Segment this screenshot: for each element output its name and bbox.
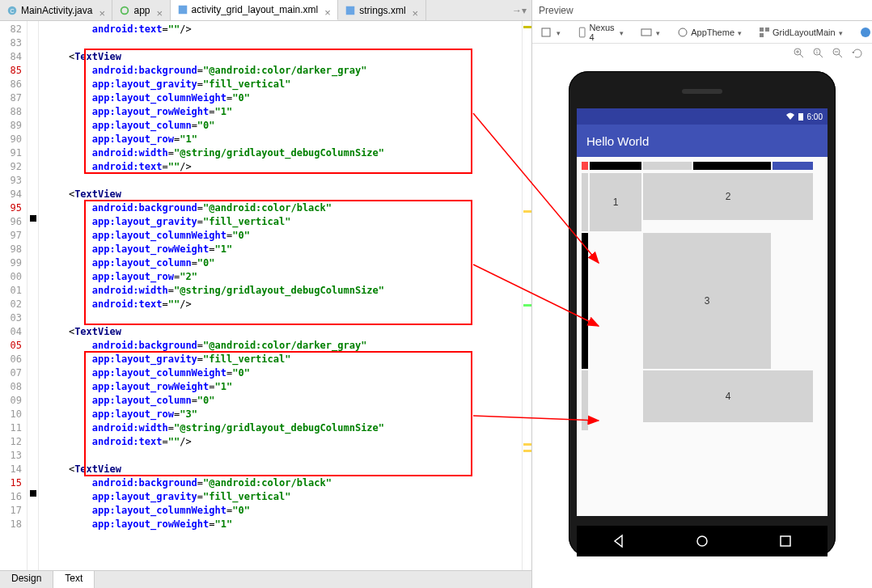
refresh-icon[interactable] <box>851 47 864 60</box>
status-time: 6:00 <box>807 112 823 121</box>
warning-marker[interactable] <box>523 443 531 446</box>
module-icon <box>119 5 130 16</box>
theme-selector[interactable]: AppTheme <box>673 24 745 40</box>
theme-label: AppTheme <box>691 27 734 37</box>
svg-rect-5 <box>542 28 550 36</box>
wifi-icon <box>786 112 794 121</box>
grid-side-cell <box>582 233 588 369</box>
warning-marker[interactable] <box>523 450 531 452</box>
svg-rect-10 <box>765 27 769 32</box>
design-tab[interactable]: Design <box>0 571 53 588</box>
close-icon[interactable] <box>324 6 331 13</box>
preview-canvas: 6:00 Hello World <box>532 63 872 588</box>
preview-zoom-toolbar: 1 <box>532 44 872 63</box>
recents-icon[interactable] <box>778 534 793 548</box>
zoom-out-icon[interactable] <box>832 47 844 60</box>
phone-speaker <box>682 89 722 94</box>
svg-line-21 <box>839 54 842 57</box>
grid-header-cell <box>773 162 813 170</box>
svg-rect-11 <box>760 33 764 37</box>
tab-label: activity_grid_layout_main.xml <box>192 4 319 15</box>
svg-line-14 <box>800 54 803 57</box>
breakpoint-marker[interactable] <box>30 215 36 222</box>
grid-side-cell <box>582 173 588 231</box>
line-number-gutter: 8283848586878889909192939495969798990001… <box>0 21 28 570</box>
zoom-in-icon[interactable] <box>793 47 806 60</box>
close-icon[interactable] <box>99 7 105 14</box>
tab-label: strings.xml <box>359 5 405 16</box>
tab-label: MainActivity.java <box>21 5 92 16</box>
svg-rect-25 <box>781 536 790 546</box>
svg-rect-6 <box>579 27 585 37</box>
svg-rect-23 <box>798 113 803 121</box>
warning-marker[interactable] <box>523 26 531 28</box>
tab-strings[interactable]: strings.xml <box>338 0 425 20</box>
warning-marker[interactable] <box>523 210 531 213</box>
tab-label: app <box>133 5 150 16</box>
layout-label: GridLayoutMain <box>773 27 836 37</box>
grid-header-cell <box>643 162 692 170</box>
zoom-actual-icon[interactable]: 1 <box>812 47 825 60</box>
grid-header-cell <box>590 162 641 170</box>
grid-cell-1: 1 <box>590 173 641 231</box>
layout-editor-tabs: Design Text <box>0 570 531 588</box>
xml-icon <box>177 4 188 15</box>
grid-layout-preview: 1 2 3 4 <box>577 157 828 435</box>
home-icon[interactable] <box>695 534 709 548</box>
battery-icon <box>798 112 804 121</box>
java-icon: C <box>6 5 18 16</box>
breakpoint-marker[interactable] <box>30 490 36 497</box>
tab-app[interactable]: app <box>112 0 170 20</box>
back-icon[interactable] <box>612 534 626 548</box>
orientation-toggle[interactable] <box>637 24 663 40</box>
svg-rect-9 <box>760 27 764 32</box>
grid-cell-4: 4 <box>643 370 813 422</box>
device-label: Nexus 4 <box>589 23 616 42</box>
text-tab[interactable]: Text <box>53 571 95 588</box>
tab-activity-grid-layout[interactable]: activity_grid_layout_main.xml <box>171 0 339 20</box>
svg-rect-3 <box>178 6 187 15</box>
grid-header-cell <box>582 162 588 170</box>
android-statusbar: 6:00 <box>577 108 828 125</box>
grid-header-cell <box>693 162 771 170</box>
device-selector[interactable]: Nexus 4 <box>574 21 627 44</box>
fold-gutter <box>28 21 39 570</box>
svg-point-24 <box>697 536 707 546</box>
layout-selector[interactable]: GridLayoutMain <box>755 24 846 40</box>
editor-tabs: C MainActivity.java app activity_grid_la… <box>0 0 531 21</box>
svg-line-18 <box>819 54 823 57</box>
tab-mainactivity[interactable]: C MainActivity.java <box>0 0 112 20</box>
tab-overflow-arrow[interactable]: →▾ <box>507 5 531 16</box>
viewport-config[interactable] <box>537 24 564 40</box>
svg-point-2 <box>121 6 129 14</box>
svg-rect-4 <box>346 6 355 15</box>
svg-rect-7 <box>641 29 651 36</box>
device-screen: 6:00 Hello World <box>577 108 828 516</box>
svg-point-12 <box>861 27 870 37</box>
info-marker[interactable] <box>523 304 531 307</box>
preview-toolbar: Nexus 4 AppTheme GridLayoutMain 23 <box>532 21 872 44</box>
grid-cell-2: 2 <box>643 173 813 220</box>
grid-side-cell <box>582 370 588 430</box>
android-navbar <box>577 526 828 556</box>
grid-cell-3: 3 <box>643 233 771 369</box>
close-icon[interactable] <box>157 7 163 14</box>
svg-point-8 <box>679 28 687 36</box>
xml-icon <box>345 5 356 16</box>
svg-text:C: C <box>10 7 14 13</box>
locale-selector[interactable] <box>856 24 872 40</box>
svg-text:1: 1 <box>816 49 819 54</box>
preview-title: Preview <box>532 0 872 21</box>
code-editor[interactable]: android:text=""/> <TextView android:back… <box>39 21 522 570</box>
app-bar: Hello World <box>577 125 828 157</box>
app-title: Hello World <box>586 134 649 148</box>
device-frame: 6:00 Hello World <box>569 71 836 556</box>
close-icon[interactable] <box>413 7 419 14</box>
marker-strip <box>522 21 531 570</box>
